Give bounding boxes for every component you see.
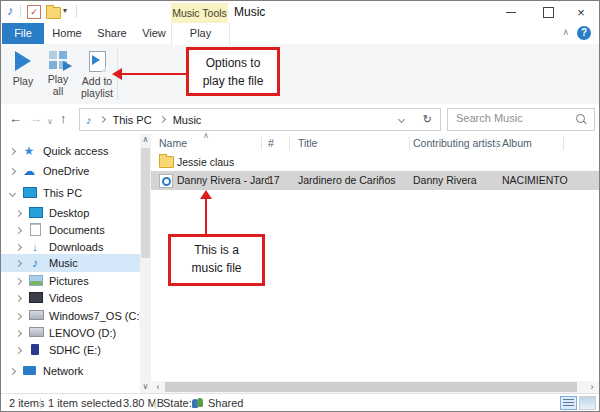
sidebar-item-documents[interactable]: Documents: [1, 221, 155, 239]
column-divider[interactable]: [261, 137, 262, 150]
sidebar-item-sdhc[interactable]: SDHC (E:): [1, 341, 155, 359]
back-button[interactable]: ←: [9, 111, 22, 126]
media-file-icon: [159, 174, 173, 188]
minimize-icon: [506, 12, 516, 13]
tab-share[interactable]: Share: [90, 23, 134, 44]
chevron-right-icon[interactable]: [15, 209, 22, 216]
scroll-right-icon[interactable]: ›: [586, 381, 598, 393]
sidebar-item-quick-access[interactable]: ★ Quick access: [1, 142, 149, 160]
selection-size: 3.80 MB: [123, 397, 164, 409]
breadcrumb-this-pc[interactable]: This PC: [113, 114, 152, 126]
search-input[interactable]: [454, 111, 570, 125]
play-all-icon: [49, 51, 68, 70]
minimize-button[interactable]: [496, 1, 526, 23]
file-row-folder[interactable]: Jessie claus: [151, 153, 599, 171]
desktop-icon: [29, 207, 43, 218]
sidebar-item-label: Network: [43, 365, 83, 377]
recent-locations-icon[interactable]: ∨: [47, 114, 53, 129]
help-icon[interactable]: ?: [577, 26, 591, 40]
videos-icon: [29, 292, 43, 303]
navigation-toolbar: ← → ∨ ↑ ♪ This PC Music ↻: [1, 104, 599, 135]
column-divider[interactable]: [289, 137, 290, 150]
column-name[interactable]: Name: [159, 137, 187, 149]
large-icons-view-button[interactable]: [579, 396, 596, 410]
sidebar-item-network[interactable]: Network: [1, 362, 149, 380]
sidebar-item-drive-c[interactable]: Windows7_OS (C:): [1, 307, 155, 325]
address-dropdown-icon[interactable]: [398, 116, 405, 123]
tab-file[interactable]: File: [2, 23, 44, 44]
this-pc-icon: [23, 187, 37, 198]
sidebar-item-label: Downloads: [49, 241, 103, 253]
maximize-button[interactable]: [533, 1, 563, 23]
details-view-button[interactable]: [560, 396, 577, 410]
sidebar-item-drive-d[interactable]: LENOVO (D:): [1, 324, 155, 342]
chevron-right-icon[interactable]: [15, 346, 22, 353]
play-all-button[interactable]: Play all: [41, 48, 75, 102]
sidebar-item-label: OneDrive: [43, 165, 89, 177]
play-all-label-line2: all: [41, 85, 75, 97]
scroll-up-icon[interactable]: ∧: [140, 135, 151, 145]
column-divider[interactable]: [563, 137, 564, 150]
column-title[interactable]: Title: [298, 137, 317, 149]
sidebar-item-label: Videos: [49, 292, 82, 304]
tab-play[interactable]: Play: [171, 23, 230, 45]
tab-home[interactable]: Home: [44, 23, 90, 44]
file-album: NACIMIENTO: [502, 174, 568, 186]
quick-access-dropdown-icon[interactable]: ▾: [63, 6, 67, 15]
chevron-right-icon[interactable]: [15, 312, 22, 319]
scrollbar-thumb[interactable]: [165, 382, 577, 392]
scroll-down-icon[interactable]: ∨: [140, 382, 151, 392]
file-title: Jardinero de Cariños: [298, 174, 395, 186]
column-divider[interactable]: [496, 137, 497, 150]
sidebar-item-label: SDHC (E:): [49, 344, 101, 356]
play-button-label: Play: [7, 75, 39, 87]
sidebar-scrollbar[interactable]: ∧ ∨: [140, 134, 151, 393]
sidebar-item-pictures[interactable]: Pictures: [1, 272, 155, 290]
sidebar-item-this-pc[interactable]: This PC: [1, 184, 149, 202]
contextual-tab-music-tools[interactable]: Music Tools: [171, 3, 228, 23]
chevron-right-icon[interactable]: [15, 294, 22, 301]
chevron-right-icon[interactable]: [9, 367, 16, 374]
sidebar-item-desktop[interactable]: Desktop: [1, 204, 155, 222]
sidebar-item-music[interactable]: ♪ Music: [1, 254, 155, 272]
search-box[interactable]: [447, 108, 595, 131]
state-value: Shared: [208, 397, 243, 409]
add-to-playlist-button[interactable]: Add to playlist: [77, 48, 117, 102]
network-icon: [23, 366, 36, 375]
column-album[interactable]: Album: [502, 137, 532, 149]
file-name: Jessie claus: [177, 156, 234, 168]
file-row-music-selected[interactable]: Danny Rivera - Jardi... 17 Jardinero de …: [151, 171, 599, 190]
collapse-ribbon-icon[interactable]: ∧: [562, 27, 569, 37]
sidebar-item-onedrive[interactable]: ☁ OneDrive: [1, 162, 149, 180]
horizontal-scrollbar[interactable]: ‹ ›: [151, 381, 599, 393]
quick-access-new-folder-icon[interactable]: [46, 7, 61, 19]
chevron-down-icon[interactable]: [9, 189, 16, 196]
column-number[interactable]: #: [268, 137, 274, 149]
quick-access-properties-icon[interactable]: ✓: [27, 5, 41, 19]
chevron-right-icon[interactable]: [15, 259, 22, 266]
chevron-right-icon[interactable]: [15, 277, 22, 284]
chevron-right-icon[interactable]: [15, 226, 22, 233]
sidebar-item-label: This PC: [43, 187, 82, 199]
chevron-right-icon[interactable]: [9, 147, 16, 154]
refresh-icon[interactable]: ↻: [423, 113, 432, 126]
chevron-right-icon[interactable]: [15, 329, 22, 336]
forward-button[interactable]: →: [29, 111, 42, 126]
column-contributing-artists[interactable]: Contributing artists: [413, 137, 501, 149]
play-button[interactable]: Play: [7, 48, 39, 102]
close-button[interactable]: ×: [566, 1, 596, 23]
address-bar[interactable]: ♪ This PC Music ↻: [79, 108, 441, 131]
tab-view[interactable]: View: [134, 23, 174, 44]
scrollbar-thumb[interactable]: [141, 148, 150, 258]
chevron-right-icon[interactable]: [9, 167, 16, 174]
column-divider[interactable]: [409, 137, 410, 150]
hard-drive-icon: [29, 310, 44, 320]
divider: [20, 5, 21, 18]
sidebar-item-videos[interactable]: Videos: [1, 289, 155, 307]
breadcrumb-music[interactable]: Music: [173, 114, 202, 126]
up-button[interactable]: ↑: [60, 111, 67, 126]
scroll-left-icon[interactable]: ‹: [152, 381, 164, 393]
chevron-right-icon[interactable]: [15, 243, 22, 250]
annotation-music-file-box: This is a music file: [168, 234, 265, 286]
shared-users-icon: [192, 398, 205, 409]
